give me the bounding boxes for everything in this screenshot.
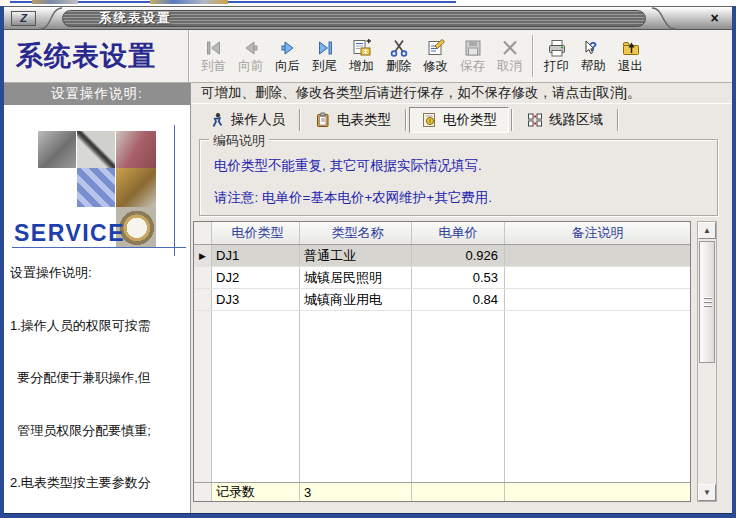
empty-cell (194, 311, 212, 482)
empty-cell (505, 311, 690, 482)
tab-line-areas[interactable]: 线路区域 (515, 107, 615, 133)
tab-operators[interactable]: 操作人员 (197, 107, 297, 133)
tab-separator (511, 109, 513, 131)
footer-indicator (194, 483, 212, 501)
main-panel: 可增加、删除、修改各类型后请进行保存，如不保存修改，请点击[取消]。 操作人员 (191, 83, 732, 513)
cell-unit-price[interactable]: 0.926 (412, 245, 505, 266)
empty-cell (412, 311, 505, 482)
delete-button[interactable]: 删除 (380, 31, 417, 81)
help-button[interactable]: ? 帮助 (575, 31, 612, 81)
nav-next-icon (277, 38, 299, 58)
nav-last-icon (314, 38, 336, 58)
coding-notes-groupbox: 编码说明 电价类型不能重复, 其它可根据实际情况填写. 请注意: 电单价=基本电… (199, 139, 718, 216)
sidebar-header: 设置操作说明: (4, 83, 190, 105)
instruction-line: 管理员权限分配要慎重; (10, 422, 189, 440)
table-footer-row: 记录数 3 (194, 482, 690, 501)
cell-type-name[interactable]: 城镇居民照明 (300, 267, 412, 288)
page-title: 系统表设置 (4, 30, 188, 82)
column-header-type-name[interactable]: 类型名称 (300, 222, 412, 244)
titlebar-capsule: 系统表设置 (62, 10, 646, 27)
exit-button[interactable]: 退出 (612, 31, 649, 81)
clipboard-icon (315, 112, 331, 128)
cancel-button[interactable]: 取消 (491, 31, 528, 81)
screen: Z 系统表设置 × 系统表设置 到首 (0, 0, 736, 518)
add-button[interactable]: 增加 (343, 31, 380, 81)
cell-note[interactable] (505, 245, 690, 266)
cell-price-type[interactable]: DJ3 (212, 289, 300, 310)
cell-note[interactable] (505, 289, 690, 310)
cell-note[interactable] (505, 267, 690, 288)
nav-prev-button[interactable]: 向前 (232, 31, 269, 81)
titlebar[interactable]: Z 系统表设置 × (4, 6, 732, 30)
nav-last-label: 到尾 (312, 58, 337, 75)
nav-next-button[interactable]: 向后 (269, 31, 306, 81)
table-empty-area (194, 311, 690, 482)
nav-next-label: 向后 (275, 58, 300, 75)
help-label: 帮助 (581, 58, 606, 75)
row-indicator (194, 267, 212, 288)
photo-instruments (116, 131, 156, 168)
instruction-line: 1.操作人员的权限可按需 (10, 317, 189, 335)
close-button[interactable]: × (706, 10, 723, 27)
column-header-unit-price[interactable]: 电单价 (412, 222, 505, 244)
table-row[interactable]: DJ2 城镇居民照明 0.53 (194, 267, 690, 289)
empty-cell (300, 311, 412, 482)
table-row[interactable]: DJ3 城镇商业用电 0.84 (194, 289, 690, 311)
save-label: 保存 (460, 58, 485, 75)
column-header-price-type[interactable]: 电价类型 (212, 222, 300, 244)
thumb-grip (704, 298, 712, 299)
record-count-label: 记录数 (212, 483, 300, 501)
scroll-down-button[interactable]: ▼ (698, 484, 716, 501)
cell-unit-price[interactable]: 0.53 (412, 267, 505, 288)
table-vertical-scrollbar[interactable]: ▲ ▼ (697, 221, 717, 502)
tab-price-types[interactable]: 电价类型 (409, 107, 509, 133)
tab-meter-types-label: 电表类型 (337, 111, 391, 129)
print-label: 打印 (544, 58, 569, 75)
footer-empty-cell (412, 483, 505, 501)
tab-operators-label: 操作人员 (231, 111, 285, 129)
sidebar-photo-collage: SERVICE (4, 105, 190, 247)
scroll-up-button[interactable]: ▲ (698, 222, 716, 239)
instruction-line: 2.电表类型按主要参数分 (10, 474, 189, 492)
window-logo-icon: Z (11, 11, 36, 26)
cell-price-type[interactable]: DJ1 (212, 245, 300, 266)
delete-scissors-icon (388, 38, 410, 58)
row-indicator (194, 289, 212, 310)
background-window-pixels (150, 0, 228, 4)
coding-note-line: 电价类型不能重复, 其它可根据实际情况填写. (214, 157, 717, 175)
nav-first-button[interactable]: 到首 (195, 31, 232, 81)
tab-separator (405, 109, 407, 131)
save-button[interactable]: 保存 (454, 31, 491, 81)
price-type-table: 电价类型 类型名称 电单价 备注说明 ▶ DJ1 普通工业 0.926 (193, 221, 691, 502)
cell-price-type[interactable]: DJ2 (212, 267, 300, 288)
tab-separator (617, 109, 619, 131)
cancel-label: 取消 (497, 58, 522, 75)
print-icon (546, 38, 568, 58)
tab-meter-types[interactable]: 电表类型 (303, 107, 403, 133)
window-title: 系统表设置 (99, 10, 172, 27)
table-row[interactable]: ▶ DJ1 普通工业 0.926 (194, 245, 690, 267)
scrollbar-thumb[interactable] (699, 241, 715, 363)
cell-unit-price[interactable]: 0.84 (412, 289, 505, 310)
column-header-note[interactable]: 备注说明 (505, 222, 690, 244)
nav-last-button[interactable]: 到尾 (306, 31, 343, 81)
instruction-line: 设置操作说明: (10, 264, 189, 282)
exit-folder-icon (620, 38, 642, 58)
thumb-grip (704, 302, 712, 303)
print-button[interactable]: 打印 (538, 31, 575, 81)
add-label: 增加 (349, 58, 374, 75)
cell-type-name[interactable]: 城镇商业用电 (300, 289, 412, 310)
table-header-row: 电价类型 类型名称 电单价 备注说明 (194, 222, 690, 245)
sidebar-instructions: 设置操作说明: 1.操作人员的权限可按需 要分配便于兼职操作,但 管理员权限分配… (10, 229, 189, 511)
photo-pen (77, 131, 115, 168)
nav-prev-label: 向前 (238, 58, 263, 75)
header: 系统表设置 到首 向前 (4, 30, 732, 83)
exit-label: 退出 (618, 58, 643, 75)
footer-empty-cell (505, 483, 690, 501)
cell-type-name[interactable]: 普通工业 (300, 245, 412, 266)
sidebar: 设置操作说明: SERVICE 设置操作说明: 1.操作人员的权限可按需 要分配… (4, 83, 191, 513)
toolbar-separator (532, 35, 534, 77)
instruction-line: 要分配便于兼职操作,但 (10, 369, 189, 387)
photo-tools (38, 131, 76, 168)
edit-button[interactable]: 修改 (417, 31, 454, 81)
